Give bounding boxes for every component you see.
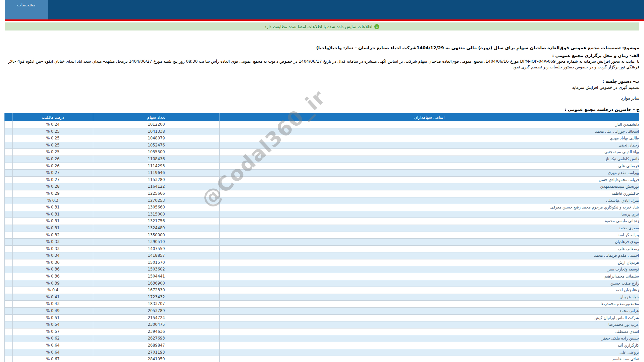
ownership-percent-cell: % 0.34 — [13, 252, 93, 259]
ownership-percent-cell: % 0.67 — [13, 356, 93, 362]
table-row: احسنی مقدم فریمانی محمد1418857% 0.34 — [5, 252, 639, 259]
share-count-cell: 1119646 — [93, 170, 220, 177]
share-count-cell: 1324489 — [93, 225, 220, 232]
ownership-percent-cell: % 0.4 — [13, 287, 93, 294]
shareholder-name-cell: اسحاقی جوزانی علی محمد — [220, 128, 639, 135]
shareholder-name-cell: نیري پریسا — [220, 211, 639, 218]
share-count-cell: 1041338 — [93, 128, 220, 135]
table-row: طالبی بهاباد مهدي1048079% 0.25 — [5, 135, 639, 142]
shareholder-name-cell: نوربخش سیدمحمدمهدي — [220, 183, 639, 190]
share-count-cell: 1055500 — [93, 149, 220, 156]
ownership-percent-cell: % 0.27 — [13, 170, 93, 177]
row-selector-cell — [5, 135, 13, 142]
shareholder-name-cell: منزل ابادي عباسعلی — [220, 197, 639, 204]
ownership-percent-cell: % 0.27 — [13, 176, 93, 183]
shareholder-name-cell: احسنی مقدم فریمانی محمد — [220, 252, 639, 259]
header-divider-red-line — [5, 19, 644, 21]
row-selector-cell — [5, 308, 13, 315]
share-count-cell: 1012200 — [93, 121, 220, 128]
shareholder-name-cell: حسین زاده ملکی جعفر — [220, 335, 639, 342]
share-count-cell: 2689847 — [93, 342, 220, 349]
ownership-percent-cell: % 0.57 — [13, 328, 93, 335]
share-count-cell: 1501570 — [93, 259, 220, 266]
ownership-percent-cell: % 0.36 — [13, 266, 93, 273]
share-count-cell: 2841059 — [93, 356, 220, 362]
table-row: غیاثی سید هاشم2841059% 0.67 — [5, 356, 639, 362]
share-count-cell: 2701193 — [93, 349, 220, 356]
ownership-percent-cell: % 0.33 — [13, 245, 93, 252]
announcement-subject: موضوع: تصمیمات مجمع عمومی فوق‌العاده صاح… — [5, 45, 639, 50]
shareholder-name-cell: پیرایه گر امید — [220, 232, 639, 239]
row-selector-cell — [5, 301, 13, 308]
shareholder-name-cell: قربانی محمودابادي حسن — [220, 176, 639, 183]
share-count-cell: 2394636 — [93, 328, 220, 335]
shareholder-name-cell: شرکت الماس ایرانیان کیش — [220, 314, 639, 321]
shareholder-name-cell: صفري محمد — [220, 225, 639, 232]
row-selector-cell — [5, 170, 13, 177]
shareholder-name-cell: اسدي مصطفی — [220, 328, 639, 335]
share-count-cell: 1048079 — [93, 135, 220, 142]
row-selector-cell — [5, 232, 13, 239]
ownership-percent-cell: % 0.24 — [13, 121, 93, 128]
row-selector-cell — [5, 287, 13, 294]
share-count-cell: 1108436 — [93, 156, 220, 163]
table-row: بنیاد خیریه و نیکوکاري مرحوم محمد رفیع ح… — [5, 204, 639, 211]
share-count-cell: 1052476 — [93, 142, 220, 149]
table-row: زارع صفت حسین1636900% 0.39 — [5, 280, 639, 287]
ownership-percent-cell: % 0.62 — [13, 335, 93, 342]
ownership-percent-cell: % 0.43 — [13, 301, 93, 308]
row-selector-cell — [5, 266, 13, 273]
table-row: حسین زاده ملکی جعفر2627693% 0.62 — [5, 335, 639, 342]
shareholders-table-body: دانشمندي الناز1012200% 0.24اسحاقی جوزانی… — [5, 121, 639, 362]
table-row: صفري محمد1324489% 0.31 — [5, 225, 639, 232]
ownership-percent-cell: % 0.49 — [13, 308, 93, 315]
row-selector-cell — [5, 183, 13, 190]
share-count-cell: 1270253 — [93, 197, 220, 204]
ownership-percent-cell: % 0.64 — [13, 349, 93, 356]
share-count-cell: 1153280 — [93, 176, 220, 183]
table-row: نیري پریسا1315000% 0.31 — [5, 211, 639, 218]
shareholder-name-cell: عرب پور محمدرضا — [220, 321, 639, 328]
table-row: مهدي فرهادیان1390510% 0.33 — [5, 239, 639, 246]
table-row: اسدي مصطفی2394636% 0.57 — [5, 328, 639, 335]
ownership-percent-cell: % 0.64 — [13, 342, 93, 349]
row-selector-cell — [5, 149, 13, 156]
share-count-cell: 1672330 — [93, 287, 220, 294]
table-row: پیرایه گر امید1350000% 0.32 — [5, 232, 639, 239]
table-row: بروغنی علی2701193% 0.64 — [5, 349, 639, 356]
shareholder-name-cell: بنیاد خیریه و نیکوکاري مرحوم محمد رفیع ح… — [220, 204, 639, 211]
shareholder-name-cell: بروغنی علی — [220, 349, 639, 356]
shareholder-name-cell: فریمانی علی — [220, 163, 639, 170]
row-selector-cell — [5, 225, 13, 232]
shareholder-name-cell: خاکشوري فاطمه — [220, 190, 639, 197]
table-row: توسعه وتجارت سبز1503602% 0.36 — [5, 266, 639, 273]
shareholder-name-cell: طالبی بهاباد مهدي — [220, 135, 639, 142]
tab-specifications[interactable]: مشخصات — [5, 0, 48, 19]
info-circle-icon: i — [374, 24, 379, 29]
row-selector-cell — [5, 356, 13, 362]
ownership-percent-cell: % 0.25 — [13, 135, 93, 142]
table-row: شرکت الماس ایرانیان کیش2154724% 0.51 — [5, 314, 639, 321]
shareholder-name-cell: دانشمندي الناز — [220, 121, 639, 128]
column-header-share-count: تعداد سهام — [93, 113, 220, 121]
table-row: دانش کاظمی نیک ناز1108436% 0.26 — [5, 156, 639, 163]
share-count-cell: 1350000 — [93, 232, 220, 239]
row-selector-cell — [5, 156, 13, 163]
ownership-percent-cell: % 0.25 — [13, 149, 93, 156]
row-selector-cell — [5, 204, 13, 211]
shareholder-name-cell: محمدپورمقدم محمدرضا — [220, 301, 639, 308]
table-row: اسحاقی جوزانی علی محمد1041338% 0.25 — [5, 128, 639, 135]
shareholder-name-cell: کارگزاري آتیه — [220, 342, 639, 349]
row-selector-cell — [5, 294, 13, 301]
row-selector-cell — [5, 121, 13, 128]
ownership-percent-cell: % 0.32 — [13, 232, 93, 239]
row-selector-cell — [5, 273, 13, 280]
ownership-percent-cell: % 0.29 — [13, 190, 93, 197]
table-row: منزل ابادي عباسعلی1270253% 0.3 — [5, 197, 639, 204]
top-header-bar: مشخصات — [5, 0, 644, 19]
share-count-cell: 1225666 — [93, 190, 220, 197]
shareholders-table-head: اسامی سهامداران تعداد سهام درصد مالکیت — [5, 113, 639, 121]
share-count-cell: 1503602 — [93, 266, 220, 273]
ownership-percent-cell: % 0.26 — [13, 156, 93, 163]
share-count-cell: 1390510 — [93, 239, 220, 246]
